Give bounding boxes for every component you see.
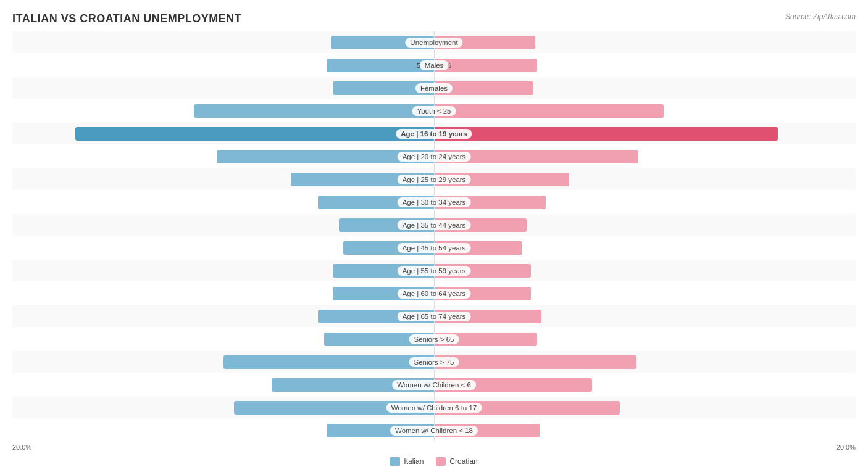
- italian-bar: 4.8%: [333, 287, 434, 300]
- croatian-value-inside: 4.6%: [436, 267, 451, 275]
- italian-bar: 10%: [223, 355, 435, 369]
- croatian-value-inside: 4.8%: [436, 39, 451, 46]
- left-section: 9.5%: [12, 397, 434, 418]
- croatian-bar: 4.7%: [434, 81, 533, 95]
- right-section: 5.1%: [434, 305, 856, 327]
- italian-bar: 4.8%: [333, 81, 434, 95]
- axis-right: 20.0%: [837, 444, 856, 451]
- croatian-bar: 4.6%: [434, 287, 531, 300]
- chart-title: ITALIAN VS CROATIAN UNEMPLOYMENT: [12, 12, 856, 25]
- croatian-bar: 5.1%: [434, 310, 541, 323]
- italian-value-inside: 5.2%: [417, 336, 432, 343]
- italian-value-inside: 5.1%: [417, 427, 432, 434]
- legend-italian-color: [390, 457, 400, 466]
- left-section: 7.7%: [12, 374, 434, 395]
- italian-value-inside: 4.8%: [417, 267, 432, 275]
- croatian-value-inside: 10.9%: [436, 107, 455, 115]
- italian-value-inside: 10%: [419, 358, 432, 366]
- left-section: 4.3%: [12, 237, 434, 258]
- croatian-bar: 4.4%: [434, 218, 527, 232]
- left-section: 5.1%: [12, 54, 434, 76]
- right-section: 6.4%: [434, 168, 856, 190]
- italian-value-inside: 6.8%: [417, 176, 432, 183]
- croatian-bar: 4.9%: [434, 59, 537, 72]
- axis-left: 20.0%: [12, 444, 31, 451]
- croatian-value-inside: 5.1%: [436, 313, 451, 320]
- croatian-bar: 7.5%: [434, 378, 592, 392]
- left-section: 5.1%: [12, 419, 434, 441]
- left-section: 11.4%: [12, 100, 434, 122]
- italian-value-inside: 5.1%: [417, 62, 432, 69]
- croatian-bar: 4.8%: [434, 36, 535, 49]
- center-divider: [434, 31, 435, 441]
- source-label: Source: ZipAtlas.com: [785, 12, 856, 21]
- axis-row: 20.0% 20.0%: [12, 444, 856, 451]
- right-section: 9.6%: [434, 351, 856, 373]
- croatian-value-inside: 4.9%: [436, 336, 451, 343]
- italian-bar: 11.4%: [194, 104, 434, 118]
- croatian-value-inside: 6.4%: [436, 176, 451, 183]
- chart-area: 4.9% Unemployment 4.8% 5.1% Males 4.9%: [12, 31, 856, 441]
- italian-value-inside: 11.4%: [413, 107, 432, 115]
- croatian-value-inside: 9.7%: [436, 153, 451, 160]
- croatian-bar: 10.9%: [434, 104, 664, 118]
- italian-bar: 6.8%: [291, 173, 434, 186]
- italian-bar: 4.9%: [331, 36, 434, 49]
- croatian-bar: 4.6%: [434, 264, 531, 278]
- italian-value-inside: 5.5%: [417, 313, 432, 320]
- right-section: 16.3%: [434, 123, 856, 144]
- right-section: 4.9%: [434, 328, 856, 350]
- legend-croatian-label: Croatian: [449, 457, 477, 466]
- croatian-value-inside: 5.3%: [436, 199, 451, 206]
- left-section: 17%: [12, 123, 434, 144]
- left-section: 5.5%: [12, 191, 434, 213]
- italian-bar: 5.2%: [324, 333, 434, 346]
- right-section: 5.3%: [434, 191, 856, 213]
- right-section: 4.9%: [434, 54, 856, 76]
- croatian-value-inside: 4.2%: [436, 244, 451, 252]
- legend: Italian Croatian: [12, 457, 856, 466]
- legend-croatian-color: [436, 457, 446, 466]
- right-section: 10.9%: [434, 100, 856, 122]
- italian-value-inside: 4.5%: [417, 221, 432, 229]
- croatian-bar: 6.4%: [434, 173, 569, 186]
- italian-value-inside: 17%: [419, 130, 432, 138]
- left-section: 4.8%: [12, 283, 434, 304]
- right-section: 4.6%: [434, 260, 856, 281]
- italian-value-inside: 9.5%: [417, 404, 432, 411]
- italian-bar: 17%: [75, 127, 434, 141]
- croatian-value-inside: 4.9%: [436, 62, 451, 69]
- left-section: 10%: [12, 351, 434, 373]
- croatian-bar: 4.2%: [434, 241, 522, 255]
- left-section: 4.8%: [12, 260, 434, 281]
- croatian-value-inside: 4.6%: [436, 290, 451, 297]
- croatian-value-inside: 7.5%: [436, 381, 451, 389]
- axis-labels: 20.0% 20.0%: [12, 444, 856, 451]
- croatian-bar: 5.3%: [434, 196, 546, 209]
- right-section: 4.4%: [434, 214, 856, 236]
- italian-value-inside: 7.7%: [417, 381, 432, 389]
- left-section: 4.5%: [12, 214, 434, 236]
- italian-bar: 5.5%: [318, 310, 434, 323]
- right-section: 9.7%: [434, 146, 856, 167]
- italian-bar: 4.8%: [333, 264, 434, 278]
- right-section: 8.8%: [434, 397, 856, 418]
- italian-bar: 5.1%: [327, 424, 434, 437]
- right-section: 4.8%: [434, 31, 856, 53]
- italian-bar: 5.5%: [318, 196, 434, 209]
- italian-value-inside: 4.3%: [417, 244, 432, 252]
- left-section: 4.8%: [12, 77, 434, 99]
- italian-value-inside: 5.5%: [417, 199, 432, 206]
- left-section: 6.8%: [12, 168, 434, 190]
- croatian-bar: 5%: [434, 424, 540, 437]
- croatian-value-inside: 4.4%: [436, 221, 451, 229]
- legend-italian-label: Italian: [404, 457, 424, 466]
- italian-value-inside: 4.8%: [417, 85, 432, 92]
- italian-value-inside: 10.3%: [413, 153, 432, 160]
- croatian-bar: 8.8%: [434, 401, 620, 415]
- italian-bar: 4.5%: [339, 218, 434, 232]
- legend-croatian: Croatian: [436, 457, 477, 466]
- croatian-value-inside: 8.8%: [436, 404, 451, 411]
- italian-bar: 4.3%: [343, 241, 434, 255]
- croatian-value-inside: 9.6%: [436, 358, 451, 366]
